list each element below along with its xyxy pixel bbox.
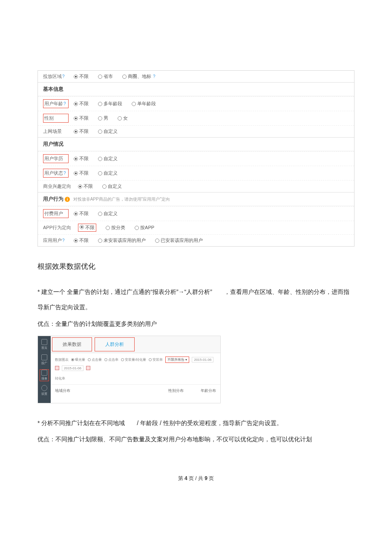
radio-icon bbox=[74, 75, 78, 79]
radio-interest-0[interactable]: 不限 bbox=[78, 183, 93, 190]
metric-1[interactable]: 点击量 bbox=[88, 357, 102, 362]
help-icon[interactable]: ? bbox=[153, 74, 156, 79]
radio-gender-1[interactable]: 男 bbox=[98, 115, 108, 121]
ctrl-label: 数据图表 bbox=[55, 357, 69, 362]
radio-region-0[interactable]: 不限 bbox=[74, 73, 89, 80]
metric-0[interactable]: 曝光量 bbox=[71, 357, 85, 362]
label-pay: 付费用户 bbox=[43, 209, 69, 218]
metric-2[interactable]: 点击率 bbox=[104, 357, 118, 362]
label-region: 投放区域? bbox=[43, 73, 74, 80]
radio-icon bbox=[98, 239, 102, 243]
radio-appb-1[interactable]: 按分类 bbox=[106, 224, 125, 231]
sidebar-item-settings[interactable]: 设置 bbox=[40, 385, 49, 397]
analytics-columns: 地域分布 性别分布 年龄分布 bbox=[51, 385, 220, 403]
metric-4[interactable]: 安装率 bbox=[149, 357, 163, 362]
col-gender: 性别分布 bbox=[168, 388, 184, 394]
analytics-controls: 数据图表 曝光量 点击量 点击率 安装量/转化量 安装率 不限所有告 ▾ 201… bbox=[51, 353, 220, 385]
paragraph-1: * 建立一个 全量广告的计划，通过广点通的“报表分析”→“人群分析” ，查看用户… bbox=[37, 284, 355, 315]
radio-age-0[interactable]: 不限 bbox=[74, 101, 89, 107]
label-status: 用户状态? bbox=[43, 169, 69, 178]
tab-effect-data[interactable]: 效果数据 bbox=[52, 337, 92, 351]
campaign-dropdown[interactable]: 不限所有告 ▾ bbox=[165, 357, 189, 363]
sidebar-item-stats[interactable]: 投广 bbox=[40, 354, 49, 366]
radio-appb-0[interactable]: 不限 bbox=[78, 224, 96, 232]
row-edu: 用户学历 不限 自定义 bbox=[38, 151, 354, 166]
metric-3[interactable]: 安装量/转化量 bbox=[121, 357, 146, 362]
calendar-icon[interactable] bbox=[86, 366, 90, 370]
label-appbehavior: APP行为定向 bbox=[43, 224, 78, 231]
radio-icon bbox=[155, 239, 159, 243]
metric-extra[interactable]: 转化率 bbox=[55, 376, 65, 381]
row-status: 用户状态? 不限 自定义 bbox=[38, 166, 354, 180]
radio-appu-0[interactable]: 不限 bbox=[74, 237, 89, 244]
chart-icon bbox=[41, 354, 47, 360]
calendar-icon[interactable] bbox=[55, 366, 59, 370]
radio-appu-2[interactable]: 已安装该应用的用户 bbox=[155, 237, 203, 244]
label-scene: 上网场景 bbox=[43, 128, 74, 135]
section-basic-header: 基本信息 bbox=[38, 83, 354, 96]
radio-icon bbox=[98, 116, 102, 121]
paragraph-4: 优点：不同推广计划限额、不同广告数量及文案对用户分布地影响，不仅可以优化定向，也… bbox=[37, 433, 355, 445]
radio-edu-1[interactable]: 自定义 bbox=[98, 155, 118, 162]
radio-age-1[interactable]: 多年龄段 bbox=[98, 101, 122, 107]
radio-icon bbox=[74, 129, 78, 134]
col-region: 地域分布 bbox=[55, 388, 70, 394]
help-icon[interactable]: ? bbox=[62, 74, 65, 79]
radio-appu-1[interactable]: 未安装该应用的用户 bbox=[98, 237, 146, 244]
radio-age-2[interactable]: 单年龄段 bbox=[132, 101, 156, 107]
radio-status-1[interactable]: 自定义 bbox=[98, 170, 118, 176]
radio-icon bbox=[98, 129, 102, 134]
label-appuser: 应用用户? bbox=[43, 237, 74, 244]
radio-icon bbox=[74, 212, 78, 216]
radio-pay-1[interactable]: 自定义 bbox=[98, 210, 118, 217]
help-icon[interactable]: ? bbox=[63, 101, 66, 106]
tab-crowd-analysis[interactable]: 人群分析 bbox=[95, 337, 135, 351]
analytics-sidebar: 首页 投广 报表 设置 bbox=[38, 336, 51, 403]
radio-region-1[interactable]: 省市 bbox=[98, 73, 113, 80]
sidebar-item-report[interactable]: 报表 bbox=[40, 369, 49, 381]
page-footer: 第 4 页 / 共 9 页 bbox=[37, 475, 355, 482]
radio-interest-1[interactable]: 自定义 bbox=[102, 183, 122, 190]
radio-appb-2[interactable]: 按APP bbox=[135, 224, 154, 231]
label-edu: 用户学历 bbox=[43, 154, 69, 163]
heading-optimize: 根据效果数据优化 bbox=[37, 262, 355, 271]
radio-icon bbox=[106, 226, 110, 230]
sidebar-item-home[interactable]: 首页 bbox=[40, 339, 49, 351]
radio-icon bbox=[80, 225, 84, 229]
row-appbehavior: APP行为定向 不限 按分类 按APP bbox=[38, 221, 354, 234]
help-icon[interactable]: ? bbox=[63, 171, 66, 175]
paragraph-2: 优点：全量广告的计划能覆盖更多类别的用户 bbox=[37, 318, 355, 330]
paragraph-3: * 分析不同推广计划在在不同地域 / 年龄段 / 性别中的受欢迎程度，指导新广告… bbox=[37, 415, 355, 431]
date-to[interactable]: 2015-01-06 bbox=[62, 365, 84, 371]
radio-gender-0[interactable]: 不限 bbox=[74, 115, 89, 121]
radio-icon bbox=[98, 212, 102, 216]
radio-icon bbox=[98, 171, 102, 175]
analytics-tabs: 效果数据 人群分析 bbox=[51, 336, 220, 353]
report-icon bbox=[41, 370, 47, 376]
section-behavior-note: 对投放非APP商品的广告，请勿使用"应用用户"定向 bbox=[73, 197, 170, 201]
radio-scene-0[interactable]: 不限 bbox=[74, 128, 89, 135]
radio-icon bbox=[118, 116, 122, 121]
radio-status-0[interactable]: 不限 bbox=[74, 170, 89, 176]
radio-icon bbox=[122, 75, 127, 79]
radio-icon bbox=[102, 184, 107, 189]
row-region: 投放区域? 不限 省市 商圈、地标? bbox=[38, 71, 354, 82]
radio-scene-1[interactable]: 自定义 bbox=[98, 128, 118, 135]
radio-icon bbox=[74, 116, 78, 121]
radio-icon bbox=[71, 358, 74, 361]
col-age: 年龄分布 bbox=[201, 388, 216, 394]
date-from[interactable]: 2015-01-06 bbox=[192, 357, 213, 362]
row-pay: 付费用户 不限 自定义 bbox=[38, 206, 354, 221]
section-behavior-header: 用户行为 i 对投放非APP商品的广告，请勿使用"应用用户"定向 bbox=[38, 193, 354, 206]
radio-pay-0[interactable]: 不限 bbox=[74, 210, 89, 217]
radio-icon bbox=[74, 102, 78, 106]
radio-icon bbox=[135, 226, 139, 230]
radio-edu-0[interactable]: 不限 bbox=[74, 155, 89, 162]
help-icon[interactable]: ? bbox=[62, 238, 65, 243]
analytics-figure: 首页 投广 报表 设置 效果数据 人群分析 数据图表 曝光量 点击量 点击率 安… bbox=[37, 336, 221, 403]
row-gender: 性别 不限 男 女 bbox=[38, 111, 354, 125]
radio-icon bbox=[88, 358, 91, 361]
radio-gender-2[interactable]: 女 bbox=[118, 115, 128, 121]
radio-icon bbox=[74, 239, 78, 243]
radio-region-2[interactable]: 商圈、地标? bbox=[122, 73, 156, 80]
